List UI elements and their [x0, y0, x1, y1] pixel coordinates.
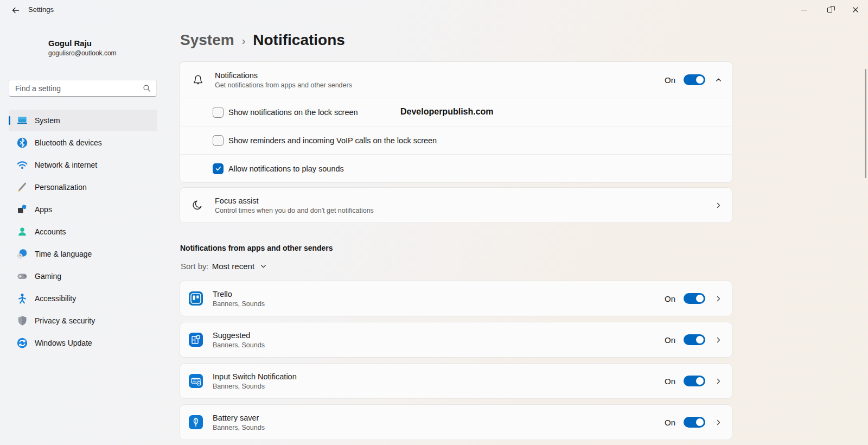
sidebar-item-bluetooth-devices[interactable]: Bluetooth & devices [9, 132, 157, 154]
sidebar-item-label: Bluetooth & devices [35, 138, 102, 147]
sidebar-nav: System Bluetooth & devices Network & int… [9, 110, 157, 354]
app-row-trello[interactable]: Trello Banners, Sounds On [180, 281, 732, 316]
personalization-icon [16, 181, 28, 193]
minimize-button[interactable] [792, 0, 817, 20]
check-icon [215, 165, 222, 172]
sidebar-item-label: Privacy & security [35, 316, 95, 325]
sort-by-label: Sort by: [181, 262, 209, 271]
checkbox-label: Show notifications on the lock screen [228, 108, 358, 117]
time-language-icon [16, 248, 28, 260]
lock-screen-notifications-checkbox[interactable] [213, 107, 224, 118]
focus-assist-title: Focus assist [215, 196, 374, 205]
sidebar-item-time-language[interactable]: Time & language [9, 243, 157, 265]
gaming-icon [16, 270, 28, 282]
app-toggle-label: On [665, 418, 675, 427]
sidebar-item-label: System [35, 116, 60, 125]
app-detail: Banners, Sounds [213, 424, 265, 431]
apps-icon [16, 204, 28, 215]
selected-indicator [9, 116, 10, 125]
sidebar-item-network-internet[interactable]: Network & internet [9, 154, 157, 176]
app-toggle-label: On [665, 377, 675, 386]
chevron-right-icon [713, 200, 723, 210]
play-sounds-row: Allow notifications to play sounds [180, 154, 732, 182]
app-toggle-label: On [665, 294, 675, 303]
app-row-input-switch[interactable]: Input Switch Notification Banners, Sound… [180, 363, 732, 399]
window-controls [792, 0, 868, 20]
lock-screen-notifications-row: Show notifications on the lock screen De… [180, 98, 732, 126]
chevron-down-icon [260, 263, 267, 270]
app-toggle[interactable] [684, 334, 705, 345]
page-title: Notifications [253, 31, 345, 49]
sidebar-item-label: Apps [35, 205, 52, 214]
windows-update-icon [16, 337, 28, 349]
notifications-toggle[interactable] [684, 74, 705, 85]
scrollbar[interactable] [865, 69, 866, 178]
system-icon [16, 115, 28, 126]
chevron-right-icon [713, 376, 723, 386]
sidebar-item-label: Gaming [35, 272, 61, 281]
voip-calls-row: Show reminders and incoming VoIP calls o… [180, 126, 732, 154]
back-button[interactable] [7, 3, 25, 18]
sidebar-item-label: Time & language [35, 250, 92, 258]
toggle-knob [696, 336, 704, 344]
sidebar-item-personalization[interactable]: Personalization [9, 176, 157, 198]
chevron-up-icon[interactable] [713, 75, 723, 85]
sidebar-item-accessibility[interactable]: Accessibility [9, 288, 157, 309]
sidebar-item-accounts[interactable]: Accounts [9, 221, 157, 243]
notifications-title: Notifications [215, 71, 352, 80]
sidebar-item-label: Accounts [35, 227, 66, 236]
privacy-security-icon [16, 315, 28, 327]
close-button[interactable] [843, 0, 868, 20]
breadcrumb-system[interactable]: System [180, 31, 234, 49]
sidebar-item-windows-update[interactable]: Windows Update [9, 332, 157, 354]
sidebar-item-apps[interactable]: Apps [9, 199, 157, 220]
notifications-expander: Notifications Get notifications from app… [180, 61, 732, 183]
play-sounds-checkbox[interactable] [213, 163, 224, 174]
sidebar-item-system[interactable]: System [9, 110, 157, 131]
app-toggle[interactable] [684, 417, 705, 428]
sort-dropdown[interactable]: Sort by: Most recent [181, 262, 267, 271]
voip-calls-checkbox[interactable] [213, 135, 224, 146]
app-title: Settings [28, 5, 54, 14]
app-name: Battery saver [213, 414, 265, 422]
app-toggle[interactable] [684, 293, 705, 304]
bell-icon [192, 73, 205, 86]
arrow-left-icon [11, 6, 20, 15]
apps-section-heading: Notifications from apps and other sender… [180, 244, 333, 252]
chevron-right-icon [713, 294, 723, 303]
notifications-header-row[interactable]: Notifications Get notifications from app… [180, 62, 732, 98]
close-icon [852, 7, 859, 13]
avatar [9, 31, 41, 64]
search-input[interactable] [9, 84, 143, 93]
restore-button[interactable] [817, 0, 843, 20]
checkbox-label: Show reminders and incoming VoIP calls o… [228, 136, 437, 145]
app-name: Suggested [213, 331, 265, 340]
suggested-icon [188, 332, 203, 347]
input-switch-icon [188, 373, 203, 389]
app-toggle[interactable] [684, 376, 705, 386]
sidebar: Gogul Raju gogulisro@outlook.com System … [0, 20, 179, 445]
sidebar-item-label: Accessibility [35, 294, 76, 303]
app-row-battery-saver[interactable]: Battery saver Banners, Sounds On [180, 404, 732, 440]
account-profile[interactable]: Gogul Raju gogulisro@outlook.com [9, 31, 117, 64]
breadcrumb: System › Notifications [180, 31, 345, 49]
accessibility-icon [16, 293, 28, 304]
search-icon [143, 84, 151, 92]
sort-value: Most recent [212, 262, 254, 271]
trello-icon [188, 291, 203, 306]
toggle-knob [696, 295, 704, 302]
network-icon [16, 159, 28, 171]
search-box[interactable] [9, 80, 157, 97]
chevron-right-icon [713, 335, 723, 345]
app-row-suggested[interactable]: Suggested Banners, Sounds On [180, 322, 732, 358]
app-detail: Banners, Sounds [213, 341, 265, 349]
accounts-icon [16, 226, 28, 238]
focus-assist-row[interactable]: Focus assist Control times when you do a… [180, 187, 732, 223]
sidebar-item-privacy-security[interactable]: Privacy & security [9, 310, 157, 332]
watermark-text: Developerpublish.com [400, 107, 494, 117]
restore-icon [827, 8, 832, 12]
titlebar: Settings [0, 0, 868, 20]
sidebar-item-gaming[interactable]: Gaming [9, 265, 157, 287]
app-detail: Banners, Sounds [213, 383, 297, 390]
focus-assist-subtitle: Control times when you do and don't get … [215, 207, 374, 214]
